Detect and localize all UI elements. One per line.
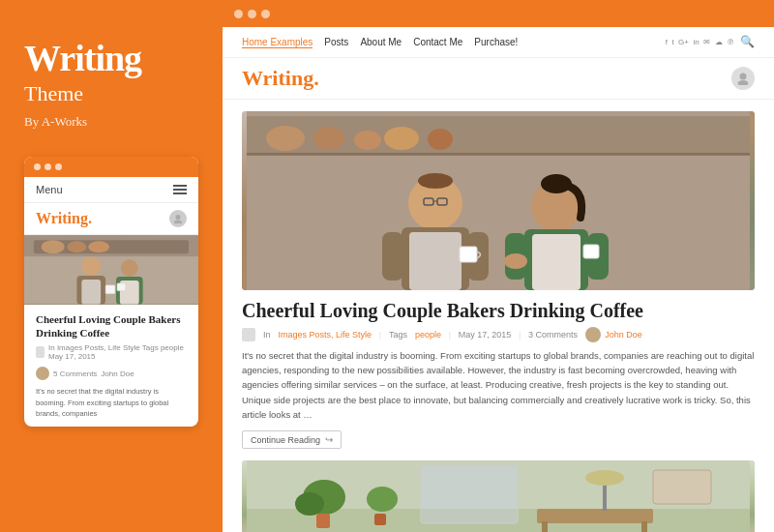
- svg-point-52: [367, 487, 398, 512]
- svg-point-30: [418, 173, 453, 189]
- mobile-comments: 5 Comments: [53, 369, 97, 378]
- site-header: Writing.: [223, 58, 774, 100]
- svg-point-40: [541, 174, 572, 193]
- hamburger-icon: [173, 185, 187, 194]
- mobile-user-icon: [169, 210, 187, 227]
- svg-rect-51: [316, 514, 330, 528]
- svg-rect-53: [374, 514, 386, 525]
- svg-point-1: [174, 220, 182, 223]
- featured-post-image: [242, 111, 755, 290]
- mobile-author-row: 5 Comments John Doe: [24, 365, 198, 386]
- social-icons: f t G+ in ✉ ☁ ℗: [666, 38, 734, 46]
- post-title: Cheerful Loving Couple Bakers Drinking C…: [242, 300, 755, 322]
- mobile-dot-1: [34, 163, 41, 170]
- svg-rect-55: [542, 521, 548, 532]
- post-excerpt: It's no secret that the digital industry…: [242, 348, 755, 422]
- nav-home[interactable]: Home Examples: [242, 37, 313, 48]
- svg-point-50: [295, 492, 324, 516]
- nav-right: f t G+ in ✉ ☁ ℗ 🔍: [666, 35, 755, 49]
- browser-dot-3: [261, 10, 270, 18]
- svg-rect-60: [653, 470, 711, 504]
- site-nav: Home Examples Posts About Me Contact Me …: [223, 27, 774, 58]
- site-logo: Writing.: [242, 66, 319, 91]
- svg-rect-59: [421, 465, 518, 523]
- mobile-meta-text: In Images Posts, Life Style Tags people …: [48, 343, 187, 361]
- search-icon[interactable]: 🔍: [740, 35, 755, 49]
- author-avatar: [585, 327, 601, 342]
- mobile-preview-card: Menu Writing.: [24, 157, 198, 427]
- mobile-menu-bar: Menu: [24, 177, 198, 203]
- mobile-post-image: [24, 235, 198, 305]
- nav-links: Home Examples Posts About Me Contact Me …: [242, 37, 518, 48]
- svg-rect-56: [641, 521, 647, 532]
- mobile-post-title: Cheerful Loving Couple Bakers Drinking C…: [24, 305, 198, 344]
- share-icon: ↪: [325, 434, 333, 445]
- nav-about[interactable]: About Me: [360, 37, 402, 47]
- svg-rect-42: [532, 234, 580, 290]
- svg-rect-46: [583, 245, 599, 258]
- browser-dot-2: [248, 10, 256, 18]
- mobile-menu-label: Menu: [36, 184, 63, 195]
- meta-categories: Images Posts, Life Style: [279, 330, 372, 340]
- svg-rect-36: [382, 232, 403, 281]
- author-name: John Doe: [605, 330, 642, 340]
- mobile-author-avatar: [36, 367, 49, 380]
- browser-bar: [223, 0, 774, 27]
- browser-dot-1: [234, 10, 243, 18]
- second-post-image: [242, 460, 755, 532]
- mobile-dot-3: [55, 163, 62, 170]
- browser-content: Home Examples Posts About Me Contact Me …: [223, 27, 774, 532]
- mobile-dot-2: [45, 163, 51, 170]
- mobile-logo-bar: Writing.: [24, 203, 198, 235]
- featured-post: Cheerful Loving Couple Bakers Drinking C…: [242, 111, 755, 449]
- svg-point-58: [585, 470, 624, 486]
- meta-date: May 17, 2015: [459, 330, 512, 340]
- svg-rect-28: [247, 111, 750, 290]
- category-icon: [242, 328, 255, 341]
- author-row: John Doe: [585, 327, 642, 342]
- mobile-category-icon: [36, 346, 45, 358]
- meta-in: In: [263, 330, 271, 340]
- svg-point-18: [738, 80, 749, 85]
- meta-tags-label: Tags: [389, 330, 407, 340]
- mobile-author-name-text: John Doe: [101, 369, 134, 378]
- post-meta-row: In Images Posts, Life Style | Tags peopl…: [242, 327, 755, 342]
- theme-title: Writing Theme By A-Works: [24, 39, 198, 130]
- nav-purchase[interactable]: Purchase!: [474, 37, 518, 47]
- svg-rect-16: [24, 235, 198, 304]
- meta-tags-value: people: [415, 330, 441, 340]
- main-content: Cheerful Loving Couple Bakers Drinking C…: [223, 100, 774, 532]
- svg-point-17: [740, 74, 747, 80]
- nav-posts[interactable]: Posts: [324, 37, 348, 47]
- mobile-meta-row: In Images Posts, Life Style Tags people …: [24, 343, 198, 365]
- continue-reading-button[interactable]: Continue Reading ↪: [242, 430, 342, 449]
- user-avatar-icon[interactable]: [731, 67, 755, 90]
- svg-point-0: [176, 215, 181, 220]
- left-panel: Writing Theme By A-Works Menu Writing.: [0, 0, 223, 532]
- svg-rect-54: [537, 509, 653, 523]
- meta-comments: 3 Comments: [528, 330, 578, 340]
- svg-point-45: [504, 253, 527, 269]
- mobile-excerpt: It's no secret that the digital industry…: [24, 386, 198, 427]
- mobile-site-logo: Writing.: [36, 210, 92, 227]
- svg-rect-35: [409, 232, 461, 290]
- mobile-topbar: [24, 157, 198, 177]
- right-panel: Home Examples Posts About Me Contact Me …: [223, 0, 774, 532]
- nav-contact[interactable]: Contact Me: [413, 37, 462, 47]
- svg-rect-38: [460, 247, 477, 262]
